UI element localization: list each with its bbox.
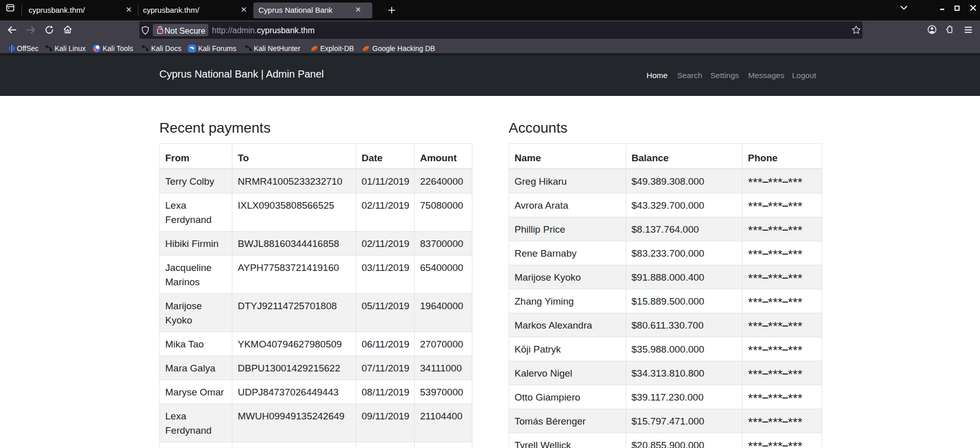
svg-text:n: n xyxy=(94,48,96,51)
